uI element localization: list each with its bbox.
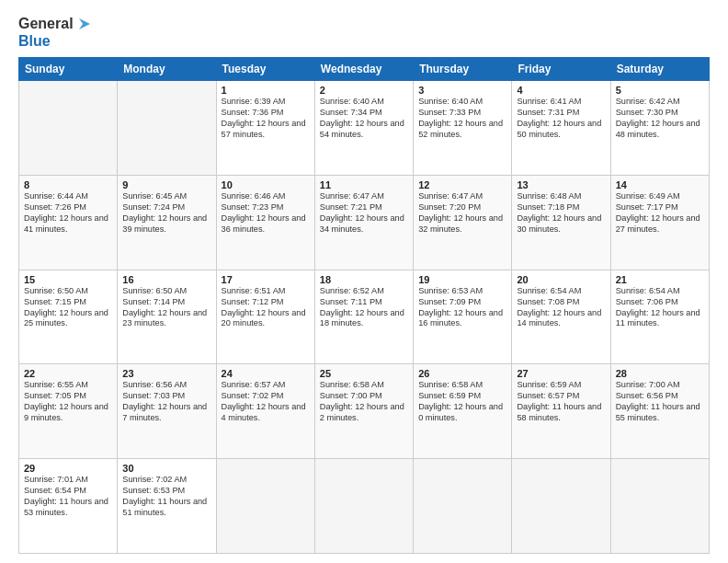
day-info: Sunrise: 6:50 AM Sunset: 7:15 PM Dayligh…: [24, 286, 112, 330]
day-number: 26: [418, 368, 506, 379]
day-number: 11: [320, 179, 408, 190]
day-info: Sunrise: 6:44 AM Sunset: 7:26 PM Dayligh…: [24, 191, 112, 236]
day-number: 24: [222, 368, 310, 379]
calendar-day-cell: 23 Sunrise: 6:56 AM Sunset: 7:03 PM Dayl…: [118, 364, 216, 459]
day-number: 9: [122, 179, 210, 190]
calendar-table: SundayMondayTuesdayWednesdayThursdayFrid…: [18, 57, 710, 554]
day-number: 18: [320, 274, 408, 285]
day-number: 13: [517, 179, 605, 190]
calendar-empty-cell: [314, 459, 413, 554]
day-info: Sunrise: 6:57 AM Sunset: 7:02 PM Dayligh…: [222, 380, 310, 424]
calendar-day-header: Sunday: [19, 58, 118, 81]
day-info: Sunrise: 6:40 AM Sunset: 7:34 PM Dayligh…: [320, 97, 408, 141]
calendar-week-row: 1 Sunrise: 6:39 AM Sunset: 7:36 PM Dayli…: [19, 81, 710, 176]
day-number: 17: [222, 274, 310, 285]
day-info: Sunrise: 6:54 AM Sunset: 7:06 PM Dayligh…: [616, 286, 704, 330]
day-number: 25: [320, 368, 408, 379]
svg-marker-0: [79, 18, 90, 29]
calendar-day-cell: 15 Sunrise: 6:50 AM Sunset: 7:15 PM Dayl…: [19, 270, 118, 364]
day-number: 3: [418, 85, 506, 96]
calendar-week-row: 15 Sunrise: 6:50 AM Sunset: 7:15 PM Dayl…: [19, 270, 710, 364]
calendar-day-cell: 18 Sunrise: 6:52 AM Sunset: 7:11 PM Dayl…: [314, 270, 413, 364]
day-number: 23: [122, 368, 210, 379]
day-info: Sunrise: 6:54 AM Sunset: 7:08 PM Dayligh…: [517, 286, 605, 330]
calendar-day-cell: 13 Sunrise: 6:48 AM Sunset: 7:18 PM Dayl…: [512, 175, 610, 270]
calendar-day-header: Friday: [512, 58, 610, 81]
day-number: 29: [24, 463, 112, 474]
logo-blue: Blue: [18, 33, 51, 50]
calendar-empty-cell: [19, 81, 118, 176]
calendar-day-header: Wednesday: [314, 58, 413, 81]
calendar-day-cell: 20 Sunrise: 6:54 AM Sunset: 7:08 PM Dayl…: [512, 270, 610, 364]
calendar-empty-cell: [414, 459, 512, 554]
calendar-day-cell: 8 Sunrise: 6:44 AM Sunset: 7:26 PM Dayli…: [19, 175, 118, 270]
day-number: 10: [222, 179, 310, 190]
day-number: 30: [122, 463, 210, 474]
day-info: Sunrise: 6:52 AM Sunset: 7:11 PM Dayligh…: [320, 286, 408, 330]
day-number: 4: [517, 85, 605, 96]
calendar-empty-cell: [118, 81, 216, 176]
day-info: Sunrise: 6:49 AM Sunset: 7:17 PM Dayligh…: [616, 191, 704, 236]
day-info: Sunrise: 6:58 AM Sunset: 7:00 PM Dayligh…: [320, 380, 408, 424]
day-info: Sunrise: 6:47 AM Sunset: 7:20 PM Dayligh…: [418, 191, 506, 236]
day-info: Sunrise: 6:51 AM Sunset: 7:12 PM Dayligh…: [222, 286, 310, 330]
day-number: 22: [24, 368, 112, 379]
day-info: Sunrise: 7:02 AM Sunset: 6:53 PM Dayligh…: [122, 475, 210, 519]
calendar-day-cell: 5 Sunrise: 6:42 AM Sunset: 7:30 PM Dayli…: [610, 81, 709, 176]
day-info: Sunrise: 6:48 AM Sunset: 7:18 PM Dayligh…: [517, 191, 605, 236]
calendar-week-row: 8 Sunrise: 6:44 AM Sunset: 7:26 PM Dayli…: [19, 175, 710, 270]
day-info: Sunrise: 6:50 AM Sunset: 7:14 PM Dayligh…: [122, 286, 210, 330]
calendar-empty-cell: [610, 459, 709, 554]
day-info: Sunrise: 7:00 AM Sunset: 6:56 PM Dayligh…: [616, 380, 704, 424]
calendar-day-cell: 19 Sunrise: 6:53 AM Sunset: 7:09 PM Dayl…: [414, 270, 512, 364]
calendar-day-cell: 3 Sunrise: 6:40 AM Sunset: 7:33 PM Dayli…: [414, 81, 512, 176]
day-number: 16: [122, 274, 210, 285]
day-number: 12: [418, 179, 506, 190]
calendar-day-cell: 26 Sunrise: 6:58 AM Sunset: 6:59 PM Dayl…: [414, 364, 512, 459]
day-number: 14: [616, 179, 704, 190]
day-info: Sunrise: 6:46 AM Sunset: 7:23 PM Dayligh…: [222, 191, 310, 236]
day-info: Sunrise: 6:53 AM Sunset: 7:09 PM Dayligh…: [418, 286, 506, 330]
calendar-day-cell: 9 Sunrise: 6:45 AM Sunset: 7:24 PM Dayli…: [118, 175, 216, 270]
day-number: 19: [418, 274, 506, 285]
calendar-day-header: Tuesday: [216, 58, 314, 81]
calendar-day-cell: 24 Sunrise: 6:57 AM Sunset: 7:02 PM Dayl…: [216, 364, 314, 459]
day-info: Sunrise: 6:40 AM Sunset: 7:33 PM Dayligh…: [418, 97, 506, 141]
day-info: Sunrise: 6:55 AM Sunset: 7:05 PM Dayligh…: [24, 380, 112, 424]
calendar-header-row: SundayMondayTuesdayWednesdayThursdayFrid…: [19, 58, 710, 81]
calendar-day-cell: 30 Sunrise: 7:02 AM Sunset: 6:53 PM Dayl…: [118, 459, 216, 554]
calendar-day-cell: 12 Sunrise: 6:47 AM Sunset: 7:20 PM Dayl…: [414, 175, 512, 270]
day-info: Sunrise: 7:01 AM Sunset: 6:54 PM Dayligh…: [24, 475, 112, 519]
calendar-day-header: Thursday: [414, 58, 512, 81]
calendar-day-cell: 10 Sunrise: 6:46 AM Sunset: 7:23 PM Dayl…: [216, 175, 314, 270]
logo-container: General Blue: [18, 15, 94, 50]
logo-chevron-icon: [75, 15, 94, 33]
calendar-day-cell: 4 Sunrise: 6:41 AM Sunset: 7:31 PM Dayli…: [512, 81, 610, 176]
calendar-day-header: Saturday: [610, 58, 709, 81]
calendar-day-header: Monday: [118, 58, 216, 81]
header: General Blue: [18, 15, 710, 50]
day-info: Sunrise: 6:47 AM Sunset: 7:21 PM Dayligh…: [320, 191, 408, 236]
day-info: Sunrise: 6:45 AM Sunset: 7:24 PM Dayligh…: [122, 191, 210, 236]
day-number: 1: [222, 85, 310, 96]
calendar-day-cell: 22 Sunrise: 6:55 AM Sunset: 7:05 PM Dayl…: [19, 364, 118, 459]
calendar-week-row: 29 Sunrise: 7:01 AM Sunset: 6:54 PM Dayl…: [19, 459, 710, 554]
calendar-day-cell: 25 Sunrise: 6:58 AM Sunset: 7:00 PM Dayl…: [314, 364, 413, 459]
day-info: Sunrise: 6:39 AM Sunset: 7:36 PM Dayligh…: [222, 97, 310, 141]
day-number: 5: [616, 85, 704, 96]
day-info: Sunrise: 6:41 AM Sunset: 7:31 PM Dayligh…: [517, 97, 605, 141]
calendar-day-cell: 1 Sunrise: 6:39 AM Sunset: 7:36 PM Dayli…: [216, 81, 314, 176]
calendar-day-cell: 21 Sunrise: 6:54 AM Sunset: 7:06 PM Dayl…: [610, 270, 709, 364]
calendar-day-cell: 29 Sunrise: 7:01 AM Sunset: 6:54 PM Dayl…: [19, 459, 118, 554]
logo-general: General: [18, 16, 74, 32]
day-number: 20: [517, 274, 605, 285]
day-number: 2: [320, 85, 408, 96]
calendar-day-cell: 28 Sunrise: 7:00 AM Sunset: 6:56 PM Dayl…: [610, 364, 709, 459]
day-number: 28: [616, 368, 704, 379]
calendar-day-cell: 11 Sunrise: 6:47 AM Sunset: 7:21 PM Dayl…: [314, 175, 413, 270]
calendar-day-cell: 27 Sunrise: 6:59 AM Sunset: 6:57 PM Dayl…: [512, 364, 610, 459]
day-number: 27: [517, 368, 605, 379]
day-number: 8: [24, 179, 112, 190]
calendar-day-cell: 17 Sunrise: 6:51 AM Sunset: 7:12 PM Dayl…: [216, 270, 314, 364]
calendar-empty-cell: [216, 459, 314, 554]
